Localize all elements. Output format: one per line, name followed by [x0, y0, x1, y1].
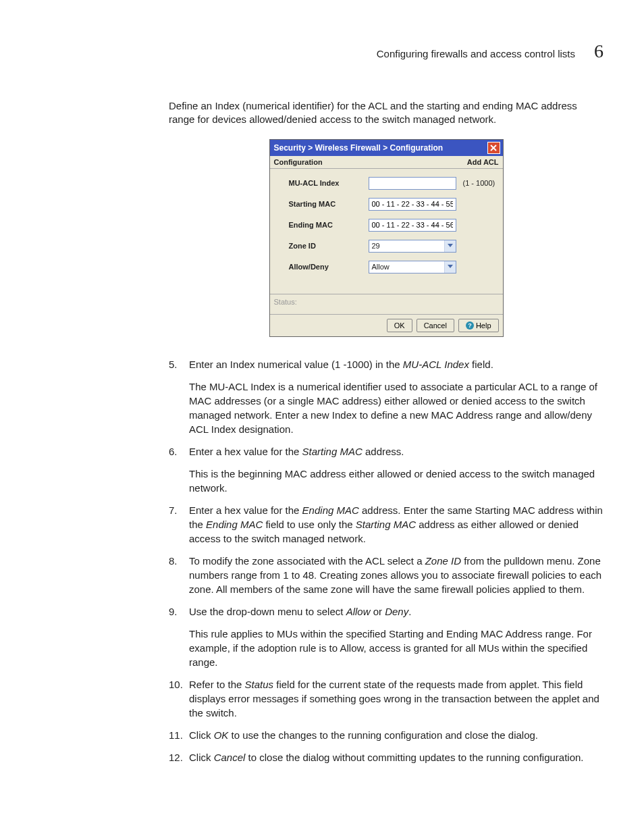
header-title: Configuring firewalls and access control… — [377, 48, 575, 59]
configuration-label: Configuration — [274, 158, 323, 166]
step-7: 7. Enter a hex value for the Ending MAC … — [169, 503, 603, 546]
ending-mac-label: Ending MAC — [274, 221, 369, 229]
mu-acl-index-hint: (1 - 1000) — [463, 179, 495, 187]
zone-id-label: Zone ID — [274, 242, 369, 250]
step-8: 8. To modify the zone associated with th… — [169, 554, 603, 596]
close-icon[interactable] — [487, 142, 500, 154]
add-acl-dialog: Security > Wireless Firewall > Configura… — [269, 139, 504, 337]
chapter-number: 6 — [594, 41, 603, 62]
step-9: 9. Use the drop-down menu to select Allo… — [169, 604, 603, 669]
step-11: 11. Click OK to use the changes to the r… — [169, 728, 603, 742]
help-icon: ? — [466, 321, 474, 330]
allow-deny-value: Allow — [372, 263, 390, 271]
add-acl-label: Add ACL — [467, 158, 499, 166]
ok-button[interactable]: OK — [387, 319, 412, 332]
dialog-subheader: Configuration Add ACL — [270, 156, 503, 169]
chevron-down-icon — [444, 240, 456, 252]
starting-mac-input[interactable] — [369, 198, 456, 211]
page-header: Configuring firewalls and access control… — [41, 41, 603, 62]
mu-acl-index-input[interactable] — [369, 177, 456, 190]
step-6: 6. Enter a hex value for the Starting MA… — [169, 444, 603, 495]
mu-acl-index-label: MU-ACL Index — [274, 179, 369, 187]
allow-deny-select[interactable]: Allow — [369, 261, 456, 273]
help-button[interactable]: ? Help — [458, 319, 499, 332]
starting-mac-label: Starting MAC — [274, 200, 369, 208]
status-row: Status: — [270, 294, 503, 314]
intro-paragraph: Define an Index (numerical identifier) f… — [169, 99, 603, 127]
dialog-titlebar: Security > Wireless Firewall > Configura… — [270, 140, 503, 156]
cancel-button[interactable]: Cancel — [417, 319, 454, 332]
zone-id-select[interactable]: 29 — [369, 240, 456, 253]
dialog-title: Security > Wireless Firewall > Configura… — [274, 143, 444, 153]
allow-deny-label: Allow/Deny — [274, 263, 369, 271]
step-5: 5. Enter an Index numerical value (1 -10… — [169, 357, 603, 436]
step-12: 12. Click Cancel to close the dialog wit… — [169, 750, 603, 764]
step-10: 10. Refer to the Status field for the cu… — [169, 677, 603, 720]
status-label: Status: — [274, 298, 297, 306]
chevron-down-icon — [444, 261, 456, 273]
steps-list: 5. Enter an Index numerical value (1 -10… — [169, 357, 603, 764]
ending-mac-input[interactable] — [369, 219, 456, 232]
zone-id-value: 29 — [372, 242, 380, 250]
